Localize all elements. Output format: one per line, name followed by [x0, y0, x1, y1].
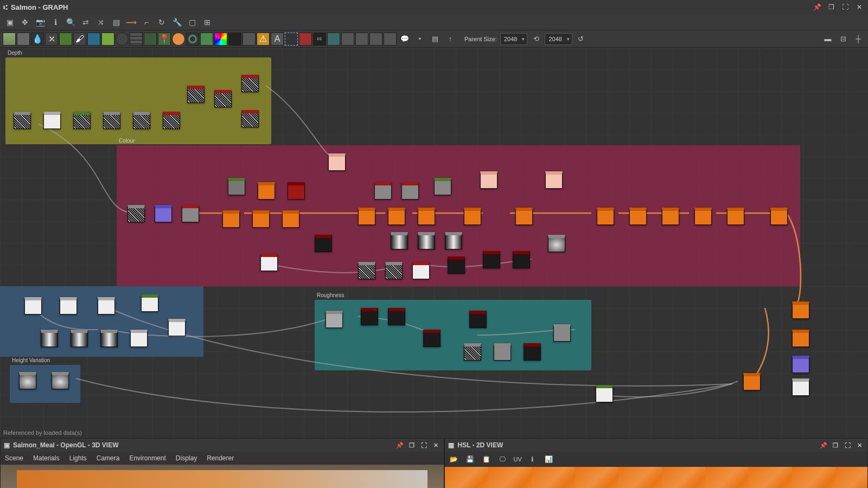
maximize-icon[interactable]: ⛶ [843, 440, 852, 450]
menu-display[interactable]: Display [176, 454, 197, 462]
node-bitmap[interactable] [3, 33, 16, 46]
node[interactable] [52, 372, 69, 389]
node[interactable] [388, 308, 405, 325]
node[interactable] [127, 205, 145, 222]
wrench-icon[interactable]: 🔧 [170, 16, 183, 29]
node[interactable] [792, 356, 809, 373]
up-icon[interactable]: ↑ [444, 33, 457, 46]
node[interactable] [418, 208, 435, 225]
node[interactable] [770, 208, 788, 225]
node[interactable] [41, 330, 58, 347]
node-drop[interactable]: 💧 [31, 33, 44, 46]
info-icon[interactable]: ℹ [49, 16, 62, 29]
snap-icon[interactable]: ⊟ [837, 33, 850, 46]
node[interactable] [494, 343, 511, 361]
comment-icon[interactable]: 💬 [398, 33, 411, 46]
node[interactable] [14, 112, 31, 129]
menu-lights[interactable]: Lights [69, 454, 87, 462]
viewport-2d[interactable] [445, 467, 867, 488]
node[interactable] [597, 208, 614, 225]
screen-icon[interactable]: 🖵 [497, 454, 508, 465]
node[interactable] [412, 262, 430, 279]
node[interactable] [423, 330, 441, 347]
uv-label[interactable]: UV [513, 456, 521, 463]
menu-camera[interactable]: Camera [97, 454, 120, 462]
restore-icon[interactable]: ❐ [826, 2, 837, 12]
histogram-icon[interactable]: 📊 [544, 454, 554, 465]
corner-icon[interactable]: ⌐ [140, 16, 153, 29]
node[interactable] [155, 205, 172, 222]
crop-icon[interactable]: ⊞ [201, 16, 214, 29]
node[interactable] [401, 182, 419, 200]
node-bucket[interactable] [299, 33, 312, 46]
node-g4[interactable] [384, 33, 397, 46]
node[interactable] [553, 324, 571, 342]
node[interactable] [391, 232, 408, 249]
node[interactable] [43, 112, 61, 129]
menu-renderer[interactable]: Renderer [207, 454, 234, 462]
link-size-icon[interactable]: ⟲ [529, 33, 542, 46]
node[interactable] [214, 90, 232, 107]
node[interactable] [545, 171, 563, 189]
close-icon[interactable]: ✕ [854, 2, 865, 12]
node[interactable] [19, 372, 36, 389]
node[interactable] [513, 251, 530, 268]
node[interactable] [241, 75, 259, 92]
node[interactable] [260, 254, 278, 271]
viewport-3d[interactable] [1, 465, 444, 488]
node[interactable] [727, 208, 744, 225]
node[interactable] [743, 373, 761, 390]
node[interactable] [792, 330, 809, 347]
save-icon[interactable]: 💾 [464, 454, 475, 465]
node-uniform[interactable] [17, 33, 30, 46]
node-green[interactable] [101, 33, 114, 46]
node[interactable] [228, 178, 245, 195]
node[interactable] [315, 235, 332, 252]
node[interactable] [792, 301, 809, 319]
restore-icon[interactable]: ❐ [407, 440, 417, 450]
node[interactable] [792, 378, 809, 396]
node-ring[interactable] [186, 33, 199, 46]
node[interactable] [469, 311, 487, 328]
node[interactable] [328, 153, 346, 171]
node-grid[interactable] [130, 33, 143, 46]
info-icon[interactable]: ℹ [527, 454, 538, 465]
node[interactable] [168, 319, 186, 336]
node-warn[interactable]: ⚠ [257, 33, 270, 46]
node-chroma[interactable] [214, 33, 227, 46]
menu-environment[interactable]: Environment [129, 454, 165, 462]
node[interactable] [282, 210, 299, 228]
node-tile[interactable] [327, 33, 340, 46]
pin-icon[interactable]: 📌 [395, 440, 405, 450]
node[interactable] [187, 86, 205, 103]
node[interactable] [515, 208, 533, 225]
restore-icon[interactable]: ❐ [831, 440, 840, 450]
node[interactable] [388, 208, 405, 225]
node[interactable] [374, 182, 392, 200]
node[interactable] [483, 251, 500, 268]
node[interactable] [60, 297, 77, 314]
node[interactable] [596, 385, 613, 402]
node-warp[interactable] [87, 33, 100, 46]
fit-icon[interactable]: ▣ [3, 16, 16, 29]
node-marker[interactable]: 📍 [158, 33, 171, 46]
node[interactable] [480, 171, 497, 189]
menu-materials[interactable]: Materials [33, 454, 60, 462]
list-icon[interactable]: ▤ [429, 33, 442, 46]
node[interactable] [385, 262, 403, 279]
move-icon[interactable]: ✥ [18, 16, 31, 29]
reset-icon[interactable]: ↺ [575, 33, 588, 46]
copy-icon[interactable]: 📋 [481, 454, 492, 465]
node[interactable] [445, 232, 462, 249]
graph-canvas[interactable]: Depth Colour Roughness Height Variation [0, 48, 868, 438]
link-icon[interactable]: ⇄ [79, 16, 92, 29]
node[interactable] [361, 308, 378, 325]
align-icon[interactable]: ▬ [821, 33, 834, 46]
node[interactable] [141, 294, 158, 312]
node[interactable] [100, 330, 118, 347]
node[interactable] [71, 330, 88, 347]
node[interactable] [358, 262, 375, 279]
node[interactable] [448, 256, 465, 274]
node[interactable] [434, 178, 451, 195]
refresh-icon[interactable]: ↻ [155, 16, 168, 29]
